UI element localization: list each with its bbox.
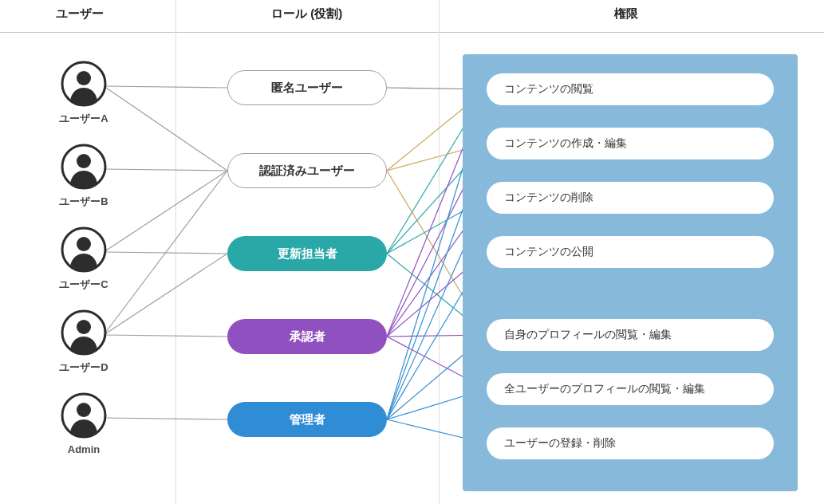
user-avatar-icon	[61, 309, 107, 356]
role-label: 認証済みユーザー	[259, 163, 355, 179]
column-header-users: ユーザー	[56, 6, 104, 22]
column-header-perms: 権限	[614, 6, 638, 22]
perm-view-content: コンテンツの閲覧	[487, 73, 774, 105]
column-header-roles: ロール (役割)	[271, 6, 342, 22]
perm-publish-content: コンテンツの公開	[487, 236, 774, 268]
user-admin: Admin	[36, 392, 132, 455]
role-approver: 承認者	[227, 319, 387, 354]
svg-point-35	[77, 237, 91, 251]
perm-all-profiles: 全ユーザーのプロフィールの閲覧・編集	[487, 373, 774, 405]
role-anonymous: 匿名ユーザー	[227, 70, 387, 105]
user-avatar-icon	[61, 144, 107, 190]
user-d: ユーザーD	[36, 309, 132, 375]
svg-point-33	[77, 154, 91, 168]
user-avatar-icon	[61, 226, 107, 273]
perm-user-mgmt: ユーザーの登録・削除	[487, 427, 774, 459]
role-label: 管理者	[290, 412, 325, 427]
user-a: ユーザーA	[36, 61, 132, 126]
column-divider-1	[175, 0, 176, 504]
perm-own-profile: 自身のプロフィールの閲覧・編集	[487, 319, 774, 351]
perm-label: コンテンツの作成・編集	[504, 136, 627, 151]
perm-edit-content: コンテンツの作成・編集	[487, 128, 774, 159]
svg-point-37	[77, 320, 91, 334]
svg-point-39	[77, 403, 91, 417]
permission-panel: コンテンツの閲覧 コンテンツの作成・編集 コンテンツの削除 コンテンツの公開 自…	[463, 54, 798, 491]
user-avatar-icon	[61, 392, 107, 439]
diagram-root: ユーザー ロール (役割) 権限 ユーザーA ユーザーB ユーザーC ユーザーD…	[0, 0, 824, 504]
user-c: ユーザーC	[36, 226, 132, 292]
user-label: ユーザーA	[36, 112, 132, 126]
svg-point-31	[77, 71, 91, 85]
perm-delete-content: コンテンツの削除	[487, 182, 774, 214]
user-avatar-icon	[61, 61, 107, 107]
perm-label: 自身のプロフィールの閲覧・編集	[504, 328, 672, 342]
perm-label: コンテンツの公開	[504, 245, 593, 259]
perm-label: コンテンツの削除	[504, 191, 593, 205]
role-admin: 管理者	[227, 402, 387, 437]
user-b: ユーザーB	[36, 144, 132, 209]
role-label: 更新担当者	[278, 246, 337, 262]
role-editor: 更新担当者	[227, 236, 387, 271]
role-authenticated: 認証済みユーザー	[227, 153, 387, 188]
perm-label: ユーザーの登録・削除	[504, 436, 616, 451]
role-label: 匿名ユーザー	[271, 81, 343, 96]
user-label: Admin	[36, 443, 132, 455]
user-label: ユーザーD	[36, 360, 132, 375]
perm-label: コンテンツの閲覧	[504, 82, 593, 96]
user-label: ユーザーC	[36, 278, 132, 292]
user-label: ユーザーB	[36, 195, 132, 209]
perm-label: 全ユーザーのプロフィールの閲覧・編集	[504, 382, 705, 396]
role-label: 承認者	[290, 329, 325, 345]
header-divider	[0, 32, 824, 33]
column-divider-2	[439, 0, 440, 504]
